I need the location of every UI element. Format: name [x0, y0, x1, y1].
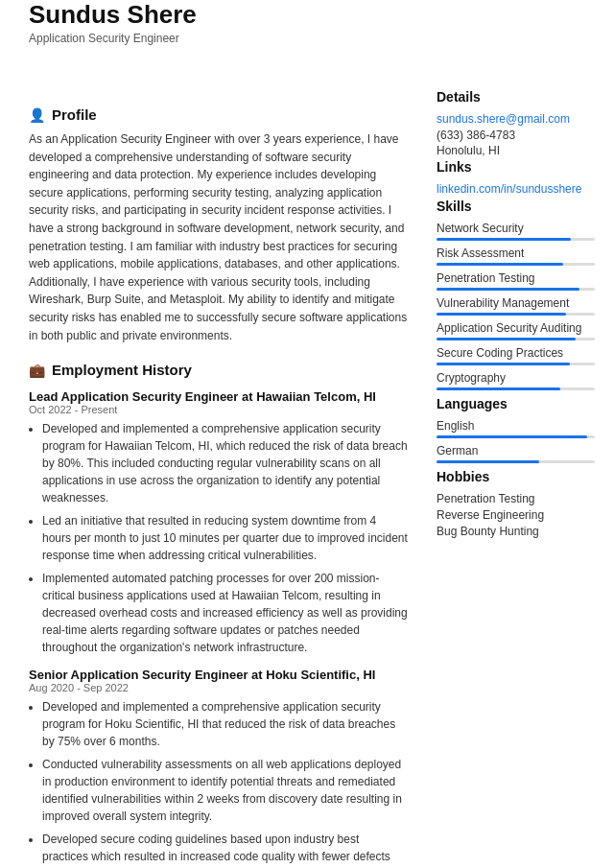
list-item: Developed secure coding guidelines based… [42, 831, 408, 868]
job-2-title: Senior Application Security Engineer at … [29, 668, 408, 682]
skill-risk-assessment: Risk Assessment [437, 246, 595, 266]
job-2: Senior Application Security Engineer at … [29, 668, 408, 868]
job-2-bullets: Developed and implemented a comprehensiv… [29, 698, 408, 868]
skill-bar-bg [437, 313, 595, 316]
job-1-bullets: Developed and implemented a comprehensiv… [29, 420, 408, 656]
candidate-name: Sundus Shere [29, 0, 595, 30]
left-column: 👤 Profile As an Application Security Eng… [0, 89, 427, 868]
skill-name: Application Security Auditing [437, 321, 595, 335]
lang-name: English [437, 419, 595, 433]
job-2-dates: Aug 2020 - Sep 2022 [29, 682, 408, 693]
hobby-2: Reverse Engineering [437, 508, 595, 522]
right-column: Details sundus.shere@gmail.com (633) 386… [427, 89, 614, 868]
resume-header: Sundus Shere Application Security Engine… [0, 0, 614, 60]
hobby-1: Penetration Testing [437, 492, 595, 505]
candidate-title: Application Security Engineer [29, 32, 595, 45]
skill-name: Cryptography [437, 371, 595, 385]
lang-bar-bg [437, 435, 595, 438]
skill-bar-fill [437, 387, 560, 390]
skill-bar-bg [437, 363, 595, 365]
languages-section-title: Languages [437, 396, 595, 411]
list-item: Implemented automated patching processes… [42, 570, 408, 656]
employment-section-title: 💼 Employment History [29, 362, 408, 378]
skill-cryptography: Cryptography [437, 371, 595, 390]
hobby-3: Bug Bounty Hunting [437, 525, 595, 538]
skill-bar-bg [437, 288, 595, 291]
skills-section-title: Skills [437, 199, 595, 214]
skill-name: Risk Assessment [437, 246, 595, 260]
skill-bar-fill [437, 363, 570, 365]
skill-name: Network Security [437, 222, 595, 235]
profile-section: 👤 Profile As an Application Security Eng… [29, 106, 408, 344]
links-section-title: Links [437, 159, 595, 175]
links-section: Links linkedin.com/in/sundusshere [437, 159, 595, 196]
skill-name: Penetration Testing [437, 271, 595, 285]
job-1-title: Lead Application Security Engineer at Ha… [29, 389, 408, 404]
skill-bar-bg [437, 238, 595, 241]
hobbies-section-title: Hobbies [437, 469, 595, 484]
profile-icon: 👤 [29, 107, 45, 123]
skill-name: Secure Coding Practices [437, 346, 595, 360]
lang-name: German [437, 444, 595, 457]
profile-section-title: 👤 Profile [29, 106, 408, 123]
job-1: Lead Application Security Engineer at Ha… [29, 389, 408, 656]
languages-section: Languages English German [437, 396, 595, 463]
language-german: German [437, 444, 595, 463]
employment-icon: 💼 [29, 363, 45, 378]
phone-text: (633) 386-4783 [437, 129, 595, 142]
skill-vulnerability-management: Vulnerability Management [437, 296, 595, 316]
employment-section: 💼 Employment History Lead Application Se… [29, 362, 408, 868]
lang-bar-bg [437, 460, 595, 463]
skill-bar-fill [437, 238, 571, 241]
skills-section: Skills Network Security Risk Assessment … [437, 199, 595, 390]
skill-secure-coding: Secure Coding Practices [437, 346, 595, 365]
list-item: Conducted vulnerability assessments on a… [42, 756, 408, 825]
skill-bar-bg [437, 338, 595, 340]
job-1-dates: Oct 2022 - Present [29, 404, 408, 415]
lang-bar-fill [437, 460, 539, 463]
list-item: Developed and implemented a comprehensiv… [42, 698, 408, 750]
skill-app-security-auditing: Application Security Auditing [437, 321, 595, 340]
skill-bar-bg [437, 263, 595, 266]
linkedin-link[interactable]: linkedin.com/in/sundusshere [437, 182, 595, 196]
skill-bar-fill [437, 263, 563, 266]
skill-bar-fill [437, 288, 579, 291]
skill-network-security: Network Security [437, 222, 595, 241]
skill-bar-fill [437, 313, 566, 316]
email-link[interactable]: sundus.shere@gmail.com [437, 112, 595, 126]
language-english: English [437, 419, 595, 438]
lang-bar-fill [437, 435, 587, 438]
skill-bar-bg [437, 387, 595, 390]
details-section: Details sundus.shere@gmail.com (633) 386… [437, 89, 595, 157]
location-text: Honolulu, HI [437, 144, 595, 157]
list-item: Developed and implemented a comprehensiv… [42, 420, 408, 506]
skill-penetration-testing: Penetration Testing [437, 271, 595, 291]
details-section-title: Details [437, 89, 595, 105]
list-item: Led an initiative that resulted in reduc… [42, 512, 408, 564]
skill-bar-fill [437, 338, 576, 340]
hobbies-section: Hobbies Penetration Testing Reverse Engi… [437, 469, 595, 538]
skill-name: Vulnerability Management [437, 296, 595, 310]
profile-text: As an Application Security Engineer with… [29, 130, 408, 344]
